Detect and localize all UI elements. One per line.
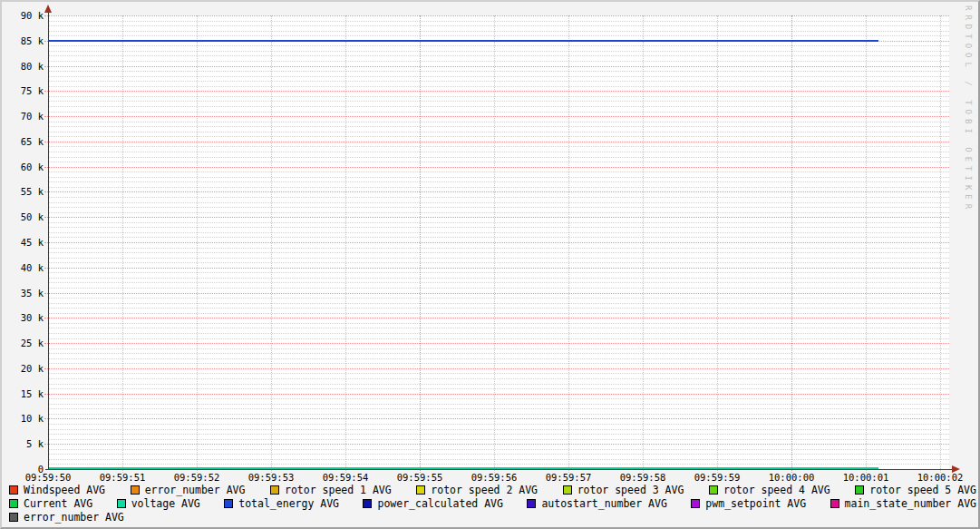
gridline-h-minor	[48, 434, 949, 435]
gridline-h-minor	[48, 464, 949, 465]
gridline-h-minor	[48, 207, 949, 208]
y-axis-arrow-icon	[44, 5, 52, 13]
gridline-h-major	[44, 444, 949, 445]
gridline-h-minor	[48, 51, 949, 52]
gridline-h-minor	[48, 363, 949, 364]
gridline-h-major	[44, 167, 949, 168]
gridline-h-minor	[48, 76, 949, 77]
gridline-h-major	[44, 343, 949, 344]
legend-label: rotor speed 5 AVG	[869, 484, 976, 496]
y-tick-label: 15 k	[2, 387, 44, 400]
gridline-h-minor	[48, 288, 949, 289]
gridline-h-minor	[48, 237, 949, 238]
gridline-h-minor	[48, 449, 949, 450]
x-tick-label: 09:59:56	[458, 472, 530, 484]
gridline-h-minor	[48, 232, 949, 233]
gridline-h-minor	[48, 136, 949, 137]
legend-swatch	[224, 499, 233, 508]
gridline-h-minor	[48, 338, 949, 339]
gridline-v-minor	[122, 15, 123, 473]
y-axis-line	[48, 11, 49, 470]
gridline-h-minor	[48, 202, 949, 203]
gridline-h-minor	[48, 222, 949, 223]
gridline-v-minor	[197, 15, 198, 473]
gridline-v-minor	[345, 15, 346, 473]
gridline-h-minor	[48, 248, 949, 249]
watermark: RRDTOOL / TOBI OETIKER	[964, 5, 973, 213]
gridline-h-minor	[48, 252, 949, 253]
gridline-h-minor	[48, 459, 949, 460]
legend-swatch	[363, 499, 372, 508]
gridline-v-minor	[494, 15, 495, 473]
y-tick-label: 90 k	[2, 9, 44, 22]
x-tick-label: 09:59:59	[681, 472, 753, 484]
gridline-h-minor	[48, 61, 949, 62]
y-tick-label: 5 k	[2, 437, 44, 450]
plot-area	[48, 15, 949, 469]
gridline-h-minor	[48, 384, 949, 385]
gridline-h-major	[44, 293, 949, 294]
legend-swatch	[563, 485, 572, 495]
y-tick-label: 80 k	[2, 60, 44, 73]
legend-row: Current AVGvoltage AVGtotal_energy AVGpo…	[9, 497, 976, 510]
x-tick-label: 10:00:00	[755, 472, 828, 484]
gridline-v-minor	[643, 15, 644, 473]
legend: Windspeed AVGerror_number AVGrotor speed…	[9, 484, 976, 524]
legend-item: Current AVG	[9, 497, 92, 510]
gridline-h-minor	[48, 177, 949, 178]
legend-label: rotor speed 2 AVG	[431, 484, 538, 496]
gridline-h-minor	[48, 404, 949, 405]
gridline-h-minor	[48, 101, 949, 102]
legend-item: voltage AVG	[117, 497, 200, 510]
x-tick-label: 09:59:58	[606, 472, 679, 484]
gridline-h-minor	[48, 106, 949, 107]
legend-item: rotor speed 5 AVG	[855, 484, 976, 496]
gridline-v-major	[791, 15, 792, 473]
legend-item: error_number AVG	[9, 511, 124, 524]
legend-label: autostart_number AVG	[541, 497, 666, 510]
gridline-h-minor	[48, 258, 949, 259]
gridline-h-minor	[48, 303, 949, 304]
gridline-h-minor	[48, 187, 949, 188]
gridline-v-minor	[866, 15, 867, 473]
gridline-h-minor	[48, 348, 949, 349]
gridline-h-minor	[48, 313, 949, 314]
gridline-h-minor	[48, 378, 949, 379]
gridline-h-minor	[48, 181, 949, 182]
gridline-h-minor	[48, 308, 949, 309]
x-tick-label: 09:59:50	[12, 472, 84, 484]
gridline-h-major	[44, 242, 949, 243]
gridline-h-minor	[48, 152, 949, 152]
gridline-h-minor	[48, 146, 949, 147]
legend-label: total_energy AVG	[238, 497, 339, 510]
gridline-h-minor	[48, 71, 949, 72]
gridline-h-minor	[48, 333, 949, 334]
y-tick-label: 75 k	[2, 84, 44, 97]
gridline-h-major	[44, 217, 949, 218]
gridline-h-major	[44, 418, 949, 419]
gridline-h-minor	[48, 126, 949, 127]
legend-swatch	[131, 485, 140, 495]
gridline-h-minor	[48, 162, 949, 162]
gridline-h-minor	[48, 45, 949, 46]
gridline-v-minor	[271, 15, 272, 473]
gridline-h-minor	[48, 272, 949, 273]
y-tick-label: 25 k	[2, 337, 44, 349]
gridline-h-minor	[48, 21, 949, 22]
gridline-h-minor	[48, 429, 949, 430]
y-tick-label: 20 k	[2, 362, 44, 375]
gridline-h-minor	[48, 353, 949, 354]
legend-label: power_calculated AVG	[377, 497, 502, 510]
x-tick-label: 09:59:51	[86, 472, 159, 484]
gridline-h-minor	[48, 96, 949, 97]
gridline-h-major	[44, 318, 949, 318]
y-tick-label: 85 k	[2, 34, 44, 47]
legend-label: main_state_number AVG	[845, 497, 976, 510]
legend-swatch	[691, 499, 700, 508]
gridline-h-major	[44, 15, 949, 16]
gridline-h-minor	[48, 132, 949, 132]
gridline-h-minor	[48, 398, 949, 399]
legend-item: rotor speed 4 AVG	[709, 484, 830, 496]
legend-swatch	[9, 513, 18, 522]
y-tick-label: 55 k	[2, 185, 44, 198]
